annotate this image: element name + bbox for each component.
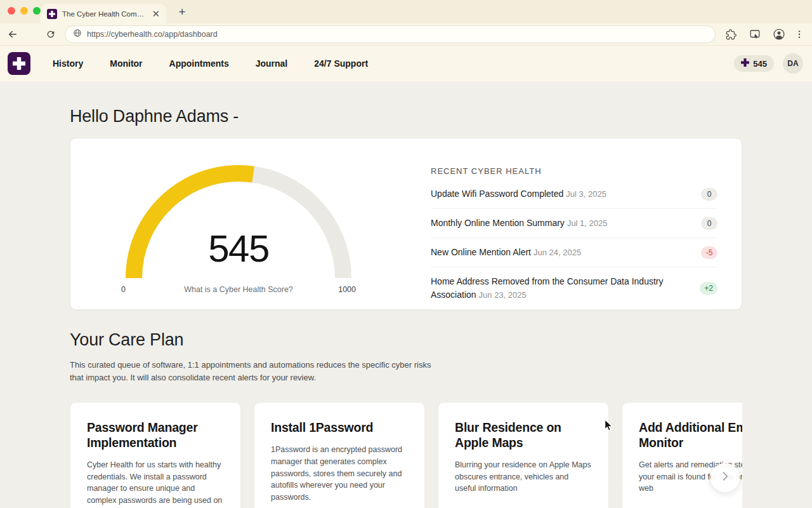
back-icon[interactable] xyxy=(5,27,20,42)
care-plan-description: This curated queue of software, 1:1 appo… xyxy=(70,359,441,384)
zoom-window-button[interactable] xyxy=(33,7,41,15)
dashboard-page: Hello Daphne Adams - 545 0 What is a Cyb… xyxy=(0,81,812,508)
user-avatar[interactable]: DA xyxy=(783,53,803,74)
site-favicon-icon xyxy=(47,9,57,19)
nav-appointments[interactable]: Appointments xyxy=(169,58,229,69)
score-pill[interactable]: 545 xyxy=(734,55,774,72)
status-badge: 0 xyxy=(701,217,717,230)
gauge-min-label: 0 xyxy=(121,285,126,294)
recent-item-date: Jul 1, 2025 xyxy=(567,218,608,228)
status-badge: +2 xyxy=(700,282,717,295)
care-card-title: Password Manager Implementation xyxy=(87,420,224,451)
care-plan-carousel: Password Manager Implementation Cyber He… xyxy=(70,402,742,508)
care-card[interactable]: Password Manager Implementation Cyber He… xyxy=(70,402,241,508)
status-badge: -5 xyxy=(701,246,717,259)
carousel-next-button[interactable] xyxy=(710,463,740,492)
nav-support[interactable]: 24/7 Support xyxy=(314,58,368,69)
minimize-window-button[interactable] xyxy=(20,7,28,15)
list-item[interactable]: New Online Mention AlertJun 24, 2025 -5 xyxy=(431,238,717,267)
gauge-max-label: 1000 xyxy=(338,285,356,294)
tab-close-icon[interactable]: ✕ xyxy=(152,9,160,18)
browser-toolbar: https://cyberhealth.co/app/dashboard xyxy=(0,23,812,46)
gauge-caption-link[interactable]: What is a Cyber Health Score? xyxy=(184,285,293,294)
gauge-score-value: 545 xyxy=(118,230,359,268)
kebab-menu-icon[interactable] xyxy=(792,27,807,42)
nav-history[interactable]: History xyxy=(53,58,83,69)
score-card: 545 0 What is a Cyber Health Score? 1000… xyxy=(70,138,742,310)
tab-title: The Cyber Health Company xyxy=(62,10,147,18)
score-value: 545 xyxy=(753,59,767,69)
recent-item-title: Home Address Removed from the Consumer D… xyxy=(431,276,664,300)
recent-cyber-health: RECENT CYBER HEALTH Update Wifi Password… xyxy=(431,138,742,309)
gauge-section: 545 0 What is a Cyber Health Score? 1000 xyxy=(70,138,431,309)
url-text: https://cyberhealth.co/app/dashboard xyxy=(87,30,218,39)
care-card[interactable]: Install 1Password 1Password is an encryp… xyxy=(254,402,425,508)
score-plus-icon xyxy=(741,58,749,69)
recent-item-title: Update Wifi Password Completed xyxy=(431,189,563,199)
status-badge: 0 xyxy=(701,188,717,201)
care-card-title: Add Additional Email Monitor xyxy=(639,420,742,451)
recent-section-title: RECENT CYBER HEALTH xyxy=(431,166,717,176)
chevron-right-icon xyxy=(719,470,731,485)
cyber-health-logo[interactable] xyxy=(8,52,30,75)
care-card-title: Install 1Password xyxy=(271,420,408,436)
care-card-body: Blurring your residence on Apple Maps ob… xyxy=(455,459,592,495)
browser-tab[interactable]: The Cyber Health Company ✕ xyxy=(41,4,166,23)
extensions-puzzle-icon[interactable] xyxy=(723,27,738,42)
close-window-button[interactable] xyxy=(8,7,15,15)
recent-item-title: New Online Mention Alert xyxy=(431,247,531,257)
care-card-body: Cyber Health for us starts with healthy … xyxy=(87,459,224,508)
nav-monitor[interactable]: Monitor xyxy=(110,58,142,69)
recent-item-date: Jun 24, 2025 xyxy=(534,248,581,257)
new-tab-button[interactable]: + xyxy=(174,4,190,20)
list-item[interactable]: Home Address Removed from the Consumer D… xyxy=(431,267,717,310)
list-item[interactable]: Update Wifi Password CompletedJul 3, 202… xyxy=(431,180,717,209)
recent-item-date: Jun 23, 2025 xyxy=(479,290,527,300)
page-greeting: Hello Daphne Adams - xyxy=(70,107,742,126)
window-controls xyxy=(8,7,41,15)
care-card[interactable]: Blur Residence on Apple Maps Blurring yo… xyxy=(438,402,609,508)
recent-item-date: Jul 3, 2025 xyxy=(566,189,606,199)
profile-icon[interactable] xyxy=(771,27,787,42)
header-right: 545 DA xyxy=(734,53,803,74)
recent-item-title: Monthly Online Mention Summary xyxy=(431,218,565,228)
care-card-title: Blur Residence on Apple Maps xyxy=(455,420,592,451)
tab-capture-icon[interactable] xyxy=(747,27,763,42)
browser-window: The Cyber Health Company ✕ + https://cyb… xyxy=(0,0,812,508)
list-item[interactable]: Monthly Online Mention SummaryJul 1, 202… xyxy=(431,209,717,238)
tab-strip: The Cyber Health Company ✕ + xyxy=(0,0,812,23)
site-info-icon[interactable] xyxy=(73,29,82,40)
nav-journal[interactable]: Journal xyxy=(256,58,288,69)
site-header: History Monitor Appointments Journal 24/… xyxy=(0,46,812,81)
address-bar[interactable]: https://cyberhealth.co/app/dashboard xyxy=(65,25,716,43)
care-card-body: 1Password is an encrypted password manag… xyxy=(271,444,408,504)
main-nav: History Monitor Appointments Journal 24/… xyxy=(53,58,368,69)
reload-icon[interactable] xyxy=(43,27,58,42)
care-plan-title: Your Care Plan xyxy=(70,330,742,350)
